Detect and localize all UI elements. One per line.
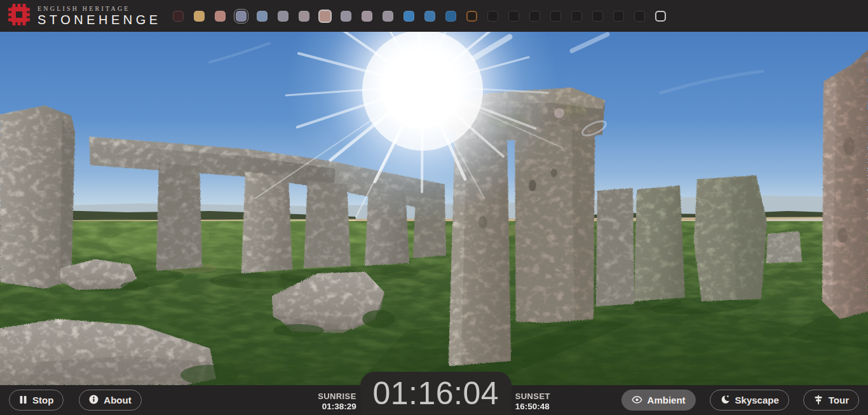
moon-star-icon: [720, 395, 730, 406]
info-icon: [89, 395, 98, 405]
stonehenge-skyscape-app: ENGLISH HERITAGE STONEHENGE: [0, 0, 868, 415]
signpost-icon: [813, 395, 824, 406]
pause-icon: [19, 395, 27, 405]
timeline-swatch-slot: [613, 11, 624, 22]
mode-controls: Ambient Skyscape: [621, 390, 859, 411]
timeline-swatch-slot: [592, 11, 603, 22]
timeline-swatch-slot: [424, 11, 435, 22]
timeline-swatch-11[interactable]: [403, 11, 414, 22]
timeline-swatch-21[interactable]: [613, 11, 624, 22]
timeline-swatch-10[interactable]: [383, 11, 393, 22]
skyscape-button[interactable]: Skyscape: [710, 390, 789, 411]
sunset-time: 16:50:48: [515, 402, 550, 412]
timeline-swatch-13[interactable]: [445, 11, 456, 22]
timeline-swatch-16[interactable]: [508, 11, 519, 22]
sunset-block: SUNSET 16:50:48: [515, 391, 550, 415]
time-display: SUNRISE 01:38:29 01:16:04 SUNSET 16:50:4…: [318, 372, 550, 415]
tour-button[interactable]: Tour: [803, 390, 859, 411]
brand-english-heritage: ENGLISH HERITAGE: [37, 5, 161, 13]
header: ENGLISH HERITAGE STONEHENGE: [0, 0, 868, 32]
timeline-swatch-15[interactable]: [487, 11, 498, 22]
timeline-swatch-slot: [529, 11, 540, 22]
timeline-swatch-slot: [487, 11, 498, 22]
timeline-swatch-8[interactable]: [341, 11, 351, 22]
timeline-swatch-slot: [236, 11, 247, 22]
timeline-swatch-slot: [655, 11, 666, 22]
timeline-swatch-slot: [215, 11, 226, 22]
about-button[interactable]: About: [79, 390, 141, 411]
timeline-swatch-19[interactable]: [571, 11, 582, 22]
sunrise-time: 01:38:29: [318, 402, 356, 412]
timeline-swatch-14[interactable]: [466, 11, 477, 22]
english-heritage-logo-icon: [6, 2, 32, 30]
timeline-swatch-7[interactable]: [318, 10, 332, 23]
stonehenge-panorama-illustration: [0, 32, 868, 385]
timeline-swatch-4[interactable]: [257, 11, 268, 22]
timeline-swatch-5[interactable]: [278, 11, 288, 22]
sunrise-label: SUNRISE: [318, 391, 356, 402]
timeline-swatch-22[interactable]: [634, 11, 645, 22]
playback-controls: Stop About: [9, 390, 142, 411]
timeline-swatch-17[interactable]: [529, 11, 540, 22]
timeline-swatch-slot: [194, 11, 205, 22]
clock-panel: 01:16:04: [360, 372, 512, 415]
timeline-swatch-slot: [362, 11, 372, 22]
timeline-swatch-0[interactable]: [173, 11, 184, 22]
timeline-swatch-2[interactable]: [215, 11, 226, 22]
timeline-swatch-20[interactable]: [592, 11, 603, 22]
timeline-swatch-18[interactable]: [550, 11, 561, 22]
timeline-swatch-slot: [634, 11, 645, 22]
timeline-swatch-slot: [173, 11, 184, 22]
stop-button[interactable]: Stop: [9, 390, 64, 411]
timeline-swatch-slot: [403, 11, 414, 22]
timeline-swatch-slot: [299, 11, 309, 22]
timeline-swatch-slot: [466, 11, 477, 22]
hour-color-timeline: [173, 0, 666, 32]
timeline-swatch-slot: [508, 11, 519, 22]
timeline-swatch-slot: [278, 11, 288, 22]
timeline-swatch-23[interactable]: [655, 11, 666, 22]
timeline-swatch-slot: [550, 11, 561, 22]
timeline-swatch-slot: [341, 11, 351, 22]
timeline-swatch-slot: [257, 11, 268, 22]
brand: ENGLISH HERITAGE STONEHENGE: [0, 2, 161, 30]
eye-icon: [632, 395, 642, 405]
stop-label: Stop: [32, 395, 53, 405]
timeline-swatch-slot: [445, 11, 456, 22]
timeline-swatch-1[interactable]: [194, 11, 205, 22]
timeline-swatch-12[interactable]: [424, 11, 435, 22]
timeline-swatch-slot: [383, 11, 393, 22]
timeline-swatch-9[interactable]: [362, 11, 372, 22]
timeline-swatch-slot: [571, 11, 582, 22]
skyscape-label: Skyscape: [735, 395, 779, 405]
ambient-label: Ambient: [648, 395, 686, 405]
about-label: About: [104, 395, 131, 405]
current-time: 01:16:04: [372, 375, 499, 412]
timeline-swatch-3[interactable]: [236, 11, 247, 22]
brand-stonehenge: STONEHENGE: [37, 13, 161, 27]
ambient-button[interactable]: Ambient: [621, 390, 696, 411]
sunset-label: SUNSET: [515, 391, 550, 402]
timeline-swatch-slot: [320, 11, 330, 22]
tour-label: Tour: [829, 395, 849, 405]
control-bar: Stop About SUNRISE 01:38:29 01:16:04: [0, 385, 868, 415]
timeline-swatch-6[interactable]: [299, 11, 309, 22]
sunrise-block: SUNRISE 01:38:29: [318, 391, 356, 415]
panorama-viewport[interactable]: [0, 32, 868, 385]
